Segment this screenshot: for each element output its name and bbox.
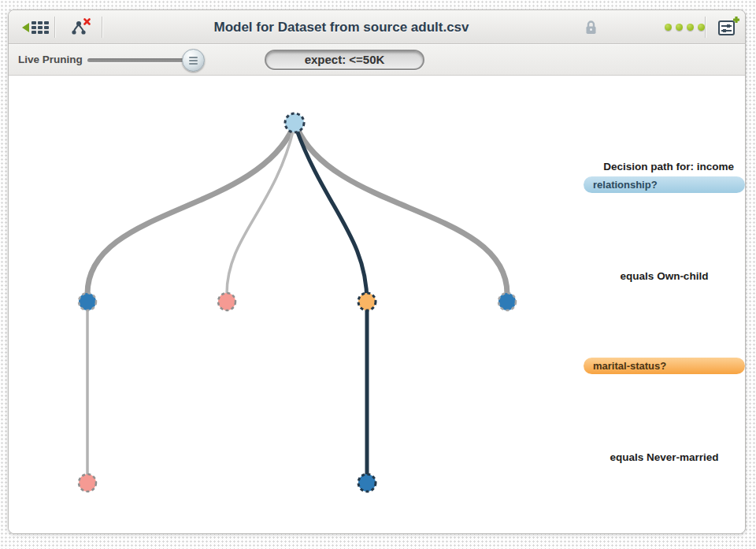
pruning-bar: Live Pruning expect: <=50K: [9, 44, 745, 76]
decision-tree: [9, 76, 745, 533]
tree-node-l2[interactable]: [358, 474, 376, 492]
back-to-list-button[interactable]: [20, 15, 51, 39]
status-dot: [698, 24, 705, 31]
tree-edge: [297, 128, 507, 294]
tree-canvas: Decision path for: income relationship? …: [9, 76, 745, 533]
tree-node-l1[interactable]: [79, 474, 96, 492]
question-pill-relationship[interactable]: relationship?: [584, 176, 745, 193]
add-panel-button[interactable]: [713, 15, 744, 39]
tree-node-root[interactable]: [285, 113, 304, 132]
live-pruning-label: Live Pruning: [18, 54, 83, 65]
status-dot: [687, 24, 694, 31]
lock-icon: [585, 20, 597, 35]
tree-node-n2[interactable]: [218, 293, 235, 310]
toolbar-divider: [705, 17, 706, 38]
answer-label: equals Never-married: [584, 451, 745, 463]
toolbar-divider: [54, 17, 55, 38]
page-title: Model for Dataset from source adult.csv: [111, 10, 572, 44]
app-window: Model for Dataset from source adult.csv: [8, 9, 746, 534]
back-to-list-icon: [22, 20, 49, 35]
status-dot: [676, 24, 683, 31]
toolbar: Model for Dataset from source adult.csv: [9, 10, 745, 44]
tree-node-n4[interactable]: [498, 293, 516, 310]
answer-label: equals Own-child: [584, 270, 745, 282]
lock-indicator: [578, 15, 603, 39]
tree-edge: [296, 128, 367, 475]
tree-node-n3[interactable]: [358, 293, 376, 310]
status-dots: [665, 24, 705, 31]
slider-handle[interactable]: [182, 49, 205, 72]
question-pill-marital-status[interactable]: marital-status?: [584, 358, 745, 374]
tree-edge: [227, 128, 294, 294]
live-pruning-slider[interactable]: [87, 50, 217, 69]
tree-delete-icon: [70, 18, 92, 37]
tree-node-n1[interactable]: [79, 293, 96, 310]
toolbar-divider: [102, 17, 102, 38]
expect-class-button[interactable]: expect: <=50K: [265, 50, 424, 70]
add-panel-icon: [717, 17, 739, 38]
decision-path-heading: Decision path for: income: [603, 161, 734, 172]
delete-tree-button[interactable]: [65, 15, 97, 39]
status-dot: [665, 24, 672, 31]
tree-edge: [87, 128, 293, 294]
